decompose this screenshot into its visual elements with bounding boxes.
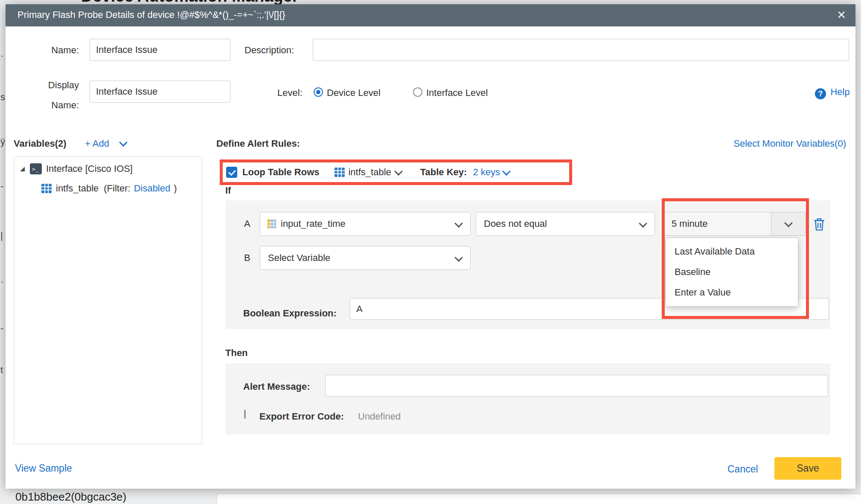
- loop-table-name-dropdown[interactable]: intfs_table: [348, 166, 391, 178]
- view-sample-link[interactable]: View Sample: [15, 462, 72, 474]
- chevron-down-icon: [784, 219, 793, 227]
- variables-panel: >_ Interface [Cisco IOS] intfs_table (Fi…: [14, 156, 202, 444]
- if-header: If: [225, 185, 231, 197]
- background-left-fragment: -: [0, 323, 3, 334]
- add-variable-button[interactable]: + Add: [85, 138, 126, 150]
- background-left-fragment: |: [0, 230, 3, 241]
- loop-table-rows-label: Loop Table Rows: [242, 166, 319, 178]
- table-icon: [41, 184, 52, 193]
- display-name-label: Display Name:: [23, 75, 79, 115]
- background-bottom-panel: [217, 494, 861, 504]
- level-label: Level:: [277, 87, 303, 99]
- interface-level-radio[interactable]: [413, 87, 422, 97]
- expand-triangle-icon[interactable]: [20, 167, 25, 171]
- tree-item-intfs-table[interactable]: intfs_table (Filter: Disabled ): [14, 181, 202, 196]
- help-link[interactable]: ? Help: [815, 86, 850, 99]
- export-error-code-value: Undefined: [358, 411, 401, 423]
- menu-item-enter-a-value[interactable]: Enter a Value: [666, 282, 798, 303]
- chevron-down-icon[interactable]: [502, 167, 511, 176]
- chevron-down-icon[interactable]: [394, 167, 403, 176]
- row-a-label: A: [244, 218, 250, 230]
- display-name-label-line2: Name:: [23, 95, 79, 115]
- background-left-fragment: ·: [0, 50, 3, 61]
- background-left-fragment: t: [0, 365, 3, 376]
- variable-a-value: input_rate_time: [281, 218, 346, 229]
- boolean-expression-label: Boolean Expression:: [243, 307, 337, 319]
- filter-suffix: ): [174, 182, 177, 194]
- table-key-label: Table Key:: [420, 166, 467, 178]
- filter-prefix: (Filter:: [104, 182, 130, 194]
- background-left-fragment: ÿ: [0, 136, 5, 148]
- modal-header: Primary Flash Probe Details of device !@…: [6, 4, 855, 26]
- table-column-icon: [267, 219, 276, 229]
- name-input[interactable]: [90, 39, 230, 61]
- menu-item-last-available-data[interactable]: Last Available Data: [666, 241, 798, 262]
- alert-message-input[interactable]: [325, 375, 828, 397]
- loop-table-rows-row: Loop Table Rows intfs_table Table Key: 2…: [220, 159, 572, 185]
- export-error-code-label: Export Error Code:: [259, 411, 344, 423]
- chevron-down-icon: [454, 219, 463, 228]
- value-dropdown: 5 minute: [664, 212, 806, 236]
- table-key-dropdown[interactable]: 2 keys: [473, 166, 500, 178]
- background-left-fragment: ·: [0, 276, 3, 287]
- screen: Device Automation Manager · s ÿ - | · - …: [0, 0, 861, 504]
- variable-b-value: Select Variable: [268, 252, 330, 264]
- modal-title: Primary Flash Probe Details of device !@…: [17, 9, 285, 20]
- row-b-label: B: [244, 252, 250, 264]
- add-variable-label: + Add: [85, 138, 109, 149]
- value-dropdown-menu: Last Available Data Baseline Enter a Val…: [666, 238, 798, 307]
- help-link-label: Help: [830, 87, 849, 97]
- tree-item-label: Interface [Cisco IOS]: [46, 163, 133, 175]
- chevron-down-icon: [454, 253, 463, 262]
- name-label: Name:: [23, 44, 79, 56]
- background-left-fragment: -: [0, 181, 3, 192]
- menu-item-baseline[interactable]: Baseline: [666, 262, 798, 282]
- then-panel: Alert Message: Export Error Code: Undefi…: [225, 363, 830, 434]
- delete-rule-button[interactable]: [813, 217, 825, 231]
- then-header: Then: [225, 347, 248, 359]
- terminal-icon: >_: [30, 163, 42, 174]
- value-dropdown-toggle[interactable]: [771, 212, 806, 235]
- device-level-radio[interactable]: [314, 87, 323, 97]
- display-name-label-line1: Display: [23, 75, 79, 95]
- operator-value: Does not equal: [484, 218, 547, 229]
- interface-level-radio-label[interactable]: Interface Level: [426, 87, 488, 99]
- chevron-down-icon: [639, 219, 647, 228]
- variable-a-dropdown[interactable]: input_rate_time: [260, 212, 471, 236]
- variables-header: Variables(2): [14, 138, 67, 150]
- loop-table-rows-checkbox[interactable]: [226, 167, 237, 178]
- value-dropdown-text[interactable]: 5 minute: [665, 212, 771, 235]
- display-name-input[interactable]: [90, 81, 230, 103]
- cancel-button[interactable]: Cancel: [727, 463, 758, 475]
- alert-message-label: Alert Message:: [243, 381, 310, 393]
- tree-item-interface[interactable]: >_ Interface [Cisco IOS]: [14, 161, 202, 177]
- svg-text:>_: >_: [32, 166, 39, 172]
- tree-item-label: intfs_table: [56, 182, 99, 194]
- trash-icon: [813, 217, 825, 231]
- filter-disabled-link[interactable]: Disabled: [134, 182, 171, 194]
- device-level-radio-label[interactable]: Device Level: [327, 87, 381, 99]
- help-icon: ?: [815, 88, 826, 99]
- description-label: Description:: [244, 44, 294, 56]
- background-left-fragment: s: [0, 92, 5, 103]
- select-monitor-variables-link[interactable]: Select Monitor Variables(0): [733, 138, 846, 150]
- save-button[interactable]: Save: [774, 457, 841, 480]
- description-input[interactable]: [313, 39, 849, 61]
- table-icon: [335, 168, 345, 177]
- close-icon[interactable]: ✕: [837, 9, 846, 22]
- chevron-down-icon: [119, 138, 128, 147]
- export-error-code-checkbox[interactable]: [244, 410, 246, 419]
- define-alert-rules-header: Define Alert Rules:: [216, 138, 300, 150]
- operator-dropdown[interactable]: Does not equal: [476, 212, 655, 236]
- background-bottom-fragment: 0b1b8bee2(0bgcac3e): [15, 490, 126, 504]
- variable-b-dropdown[interactable]: Select Variable: [260, 246, 471, 270]
- probe-details-modal: Primary Flash Probe Details of device !@…: [6, 4, 855, 489]
